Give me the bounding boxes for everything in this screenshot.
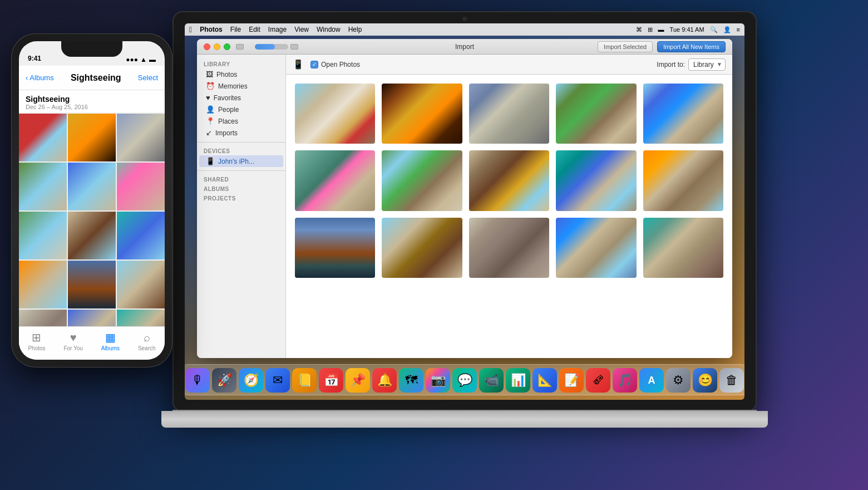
sidebar-toggle[interactable] bbox=[236, 44, 244, 50]
dock-trash[interactable]: 🗑 bbox=[719, 368, 744, 393]
dock-launchpad[interactable]: 🚀 bbox=[212, 368, 236, 393]
sidebar-shared-header: Shared bbox=[197, 174, 285, 184]
sidebar-label-iphone: John's iPh... bbox=[218, 158, 254, 165]
photo-item[interactable] bbox=[382, 218, 462, 278]
photo-item[interactable] bbox=[469, 218, 549, 278]
dock-maps[interactable]: 🗺 bbox=[399, 368, 423, 393]
iphone-photo-item[interactable] bbox=[68, 163, 116, 210]
iphone-battery-icon: ▬ bbox=[149, 56, 156, 63]
photo-item[interactable] bbox=[643, 150, 723, 210]
iphone-nav-title: Sightseeing bbox=[54, 73, 138, 83]
dock-pages[interactable]: 📝 bbox=[559, 368, 584, 393]
view-toggle[interactable] bbox=[290, 44, 298, 50]
iphone-tabbar: ⊞ Photos ♥ For You ▦ Albums ⌕ Search bbox=[19, 326, 165, 360]
sidebar-item-people[interactable]: 👤 People bbox=[199, 104, 283, 115]
dock-facetime[interactable]: 📹 bbox=[479, 368, 504, 393]
photo-item[interactable] bbox=[469, 150, 549, 210]
iphone-photo-item[interactable] bbox=[19, 261, 67, 308]
progress-bar bbox=[255, 44, 288, 50]
dock-calendar[interactable]: 📅 bbox=[319, 368, 343, 393]
iphone-notch bbox=[61, 41, 122, 57]
dock-photos[interactable]: 📷 bbox=[426, 368, 450, 393]
iphone-photo-item[interactable] bbox=[68, 114, 116, 161]
list-icon[interactable]: ≡ bbox=[737, 26, 740, 33]
sidebar-library-header: Library bbox=[197, 59, 285, 68]
iphone-photo-item[interactable] bbox=[68, 310, 116, 326]
menu-help[interactable]: Help bbox=[348, 26, 362, 33]
memories-icon: ⏰ bbox=[206, 82, 215, 90]
dock-finder[interactable]: 😊 bbox=[693, 368, 717, 393]
photo-item[interactable] bbox=[643, 218, 723, 278]
dock-numbers[interactable]: 📊 bbox=[506, 368, 530, 393]
photo-item[interactable] bbox=[556, 84, 636, 144]
sidebar-item-places[interactable]: 📍 Places bbox=[199, 115, 283, 127]
dock-messages[interactable]: 💬 bbox=[452, 368, 477, 393]
iphone-tab-photos[interactable]: ⊞ Photos bbox=[28, 331, 45, 351]
dock-notes[interactable]: 📒 bbox=[292, 368, 317, 393]
sidebar-item-memories[interactable]: ⏰ Memories bbox=[199, 80, 283, 92]
photo-item[interactable] bbox=[295, 150, 375, 210]
user-icon[interactable]: 👤 bbox=[723, 26, 731, 33]
sidebar-item-imports[interactable]: ↙ Imports bbox=[199, 127, 283, 139]
iphone-tab-search[interactable]: ⌕ Search bbox=[138, 331, 156, 351]
dock-news[interactable]: 🗞 bbox=[586, 368, 610, 393]
sidebar-item-iphone[interactable]: 📱 John's iPh... bbox=[199, 155, 283, 167]
photo-item[interactable] bbox=[556, 150, 636, 210]
macbook-camera bbox=[462, 17, 467, 21]
open-photos-checkbox[interactable]: ✓ bbox=[310, 61, 318, 68]
dock-keynote[interactable]: 📐 bbox=[532, 368, 557, 393]
apple-logo-icon[interactable]:  bbox=[189, 25, 192, 34]
photo-item[interactable] bbox=[469, 84, 549, 144]
menu-window[interactable]: Window bbox=[317, 26, 341, 33]
menu-view[interactable]: View bbox=[294, 26, 309, 33]
iphone-photo-item[interactable] bbox=[19, 212, 67, 259]
dock-preferences[interactable]: ⚙ bbox=[666, 368, 691, 393]
dock-safari[interactable]: 🧭 bbox=[239, 368, 263, 393]
sidebar-item-photos[interactable]: 🖼 Photos bbox=[199, 68, 283, 80]
close-button[interactable] bbox=[204, 43, 210, 50]
dock-music[interactable]: 🎵 bbox=[613, 368, 637, 393]
iphone-photo-item[interactable] bbox=[117, 114, 165, 161]
iphone-tab-foryou[interactable]: ♥ For You bbox=[63, 331, 82, 351]
search-menubar-icon[interactable]: 🔍 bbox=[710, 26, 718, 33]
photo-item[interactable] bbox=[382, 84, 462, 144]
iphone-photo-item[interactable] bbox=[117, 261, 165, 308]
dock-appstore[interactable]: A bbox=[639, 368, 664, 393]
photos-tab-label: Photos bbox=[28, 345, 45, 351]
iphone-photo-item[interactable] bbox=[19, 163, 67, 210]
photo-item[interactable] bbox=[556, 218, 636, 278]
import-to-select[interactable]: Library bbox=[688, 58, 726, 71]
dock-mail[interactable]: ✉ bbox=[265, 368, 290, 393]
photo-item[interactable] bbox=[643, 84, 723, 144]
photo-item[interactable] bbox=[295, 218, 375, 278]
menu-edit[interactable]: Edit bbox=[249, 26, 260, 33]
iphone-back-button[interactable]: ‹ Albums bbox=[26, 74, 54, 82]
iphone-tab-albums[interactable]: ▦ Albums bbox=[101, 331, 120, 351]
iphone-photo-item[interactable] bbox=[19, 310, 67, 326]
menu-file[interactable]: File bbox=[230, 26, 241, 33]
import-selected-button[interactable]: Import Selected bbox=[598, 41, 653, 52]
sidebar-item-favorites[interactable]: ♥ Favorites bbox=[199, 92, 283, 104]
photo-item[interactable] bbox=[295, 84, 375, 144]
iphone-photo-item[interactable] bbox=[117, 310, 165, 326]
iphone-photo-item[interactable] bbox=[117, 163, 165, 210]
imports-icon: ↙ bbox=[206, 129, 212, 137]
window-title: Import bbox=[455, 43, 474, 51]
iphone-album-name: Sightseeing bbox=[26, 95, 158, 104]
dock-stickies[interactable]: 📌 bbox=[346, 368, 370, 393]
dock-siri[interactable]: 🎙 bbox=[185, 368, 210, 393]
iphone-photo-item[interactable] bbox=[19, 114, 67, 161]
iphone-select-button[interactable]: Select bbox=[138, 74, 158, 82]
people-icon: 👤 bbox=[206, 105, 215, 114]
open-photos-toggle[interactable]: ✓ Open Photos bbox=[310, 61, 360, 68]
iphone-photo-item[interactable] bbox=[68, 212, 116, 259]
minimize-button[interactable] bbox=[214, 43, 220, 50]
fullscreen-button[interactable] bbox=[224, 43, 230, 50]
menu-image[interactable]: Image bbox=[268, 26, 287, 33]
menu-photos[interactable]: Photos bbox=[200, 26, 223, 33]
photo-item[interactable] bbox=[382, 150, 462, 210]
iphone-photo-item[interactable] bbox=[68, 261, 116, 308]
dock-reminders[interactable]: 🔔 bbox=[372, 368, 397, 393]
import-all-button[interactable]: Import All New Items bbox=[657, 41, 726, 52]
iphone-photo-item[interactable] bbox=[117, 212, 165, 259]
